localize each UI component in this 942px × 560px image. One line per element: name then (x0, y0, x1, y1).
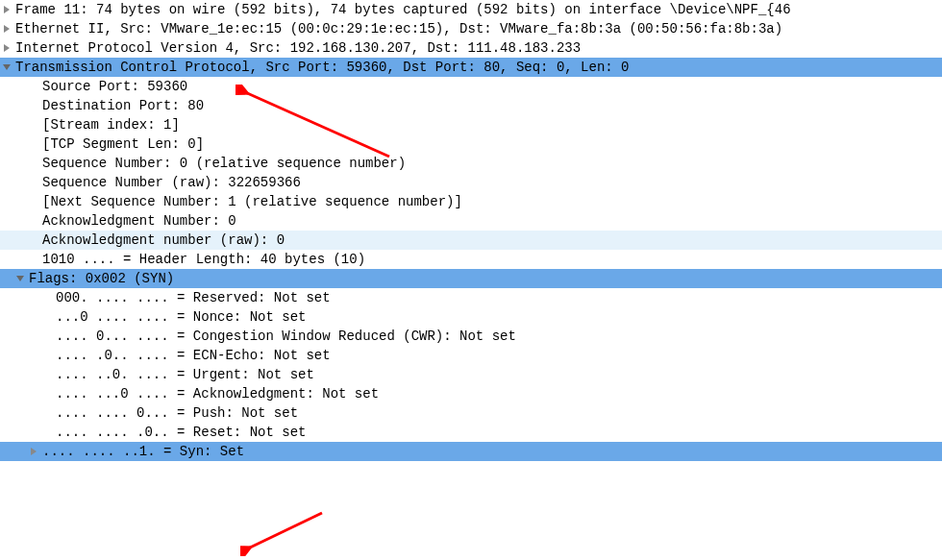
tree-row[interactable]: Frame 11: 74 bytes on wire (592 bits), 7… (0, 0, 942, 19)
tree-row-text: .... .... ..1. = Syn: Set (40, 442, 942, 461)
tree-row[interactable]: .... .... ..1. = Syn: Set (0, 442, 942, 461)
tree-row[interactable]: Transmission Control Protocol, Src Port:… (0, 58, 942, 77)
tree-row[interactable]: Sequence Number (raw): 322659366 (0, 173, 942, 192)
chevron-right-icon[interactable] (0, 44, 13, 52)
tree-row[interactable]: [TCP Segment Len: 0] (0, 134, 942, 154)
tree-row-text: .... ...0 .... = Acknowledgment: Not set (54, 384, 379, 403)
chevron-right-icon[interactable] (27, 448, 40, 455)
annotation-arrow-syn (240, 508, 356, 556)
tree-row-text: 1010 .... = Header Length: 40 bytes (10) (40, 250, 365, 269)
tree-row[interactable]: .... ...0 .... = Acknowledgment: Not set (0, 384, 942, 403)
tree-row[interactable]: 1010 .... = Header Length: 40 bytes (10) (0, 250, 942, 269)
tree-row-text: Destination Port: 80 (40, 96, 204, 115)
tree-row[interactable]: .... .... .0.. = Reset: Not set (0, 423, 942, 442)
tree-row[interactable]: [Next Sequence Number: 1 (relative seque… (0, 192, 942, 211)
svg-line-1 (248, 513, 322, 548)
tree-row-text: [Next Sequence Number: 1 (relative seque… (40, 192, 462, 211)
tree-row-text: Ethernet II, Src: VMware_1e:ec:15 (00:0c… (13, 19, 782, 38)
tree-row[interactable]: Flags: 0x002 (SYN) (0, 269, 942, 288)
tree-row-text: Sequence Number (raw): 322659366 (40, 173, 301, 192)
tree-row[interactable]: .... .0.. .... = ECN-Echo: Not set (0, 346, 942, 365)
tree-row-text: .... ..0. .... = Urgent: Not set (54, 365, 314, 384)
tree-row-text: .... .0.. .... = ECN-Echo: Not set (54, 346, 331, 365)
tree-row[interactable]: .... 0... .... = Congestion Window Reduc… (0, 327, 942, 346)
tree-row-text: .... .... 0... = Push: Not set (54, 403, 298, 423)
chevron-right-icon[interactable] (0, 6, 13, 13)
packet-details-tree: Frame 11: 74 bytes on wire (592 bits), 7… (0, 0, 942, 461)
tree-row-text: 000. .... .... = Reserved: Not set (54, 288, 331, 307)
tree-row-text: .... .... .0.. = Reset: Not set (54, 423, 306, 442)
tree-row-text: Flags: 0x002 (SYN) (27, 269, 942, 288)
tree-row[interactable]: Acknowledgment number (raw): 0 (0, 231, 942, 250)
tree-row[interactable]: 000. .... .... = Reserved: Not set (0, 288, 942, 307)
tree-row[interactable]: Internet Protocol Version 4, Src: 192.16… (0, 38, 942, 58)
tree-row[interactable]: Ethernet II, Src: VMware_1e:ec:15 (00:0c… (0, 19, 942, 38)
tree-row-text: ...0 .... .... = Nonce: Not set (54, 307, 306, 327)
tree-row[interactable]: Source Port: 59360 (0, 77, 942, 96)
tree-row-text: Sequence Number: 0 (relative sequence nu… (40, 154, 406, 173)
tree-row[interactable]: Sequence Number: 0 (relative sequence nu… (0, 154, 942, 173)
tree-row-text: Source Port: 59360 (40, 77, 187, 96)
tree-row[interactable]: .... ..0. .... = Urgent: Not set (0, 365, 942, 384)
tree-row[interactable]: .... .... 0... = Push: Not set (0, 403, 942, 423)
tree-row-text: [TCP Segment Len: 0] (40, 134, 204, 154)
tree-row-text: Acknowledgment number (raw): 0 (40, 231, 942, 250)
tree-row[interactable]: ...0 .... .... = Nonce: Not set (0, 307, 942, 327)
tree-row-text: Acknowledgment Number: 0 (40, 211, 236, 231)
tree-row-text: Internet Protocol Version 4, Src: 192.16… (13, 38, 581, 58)
tree-row-text: Transmission Control Protocol, Src Port:… (13, 58, 942, 77)
chevron-down-icon[interactable] (0, 63, 13, 71)
tree-row-text: Frame 11: 74 bytes on wire (592 bits), 7… (13, 0, 791, 19)
tree-row[interactable]: Acknowledgment Number: 0 (0, 211, 942, 231)
tree-row-text: [Stream index: 1] (40, 115, 180, 134)
chevron-right-icon[interactable] (0, 25, 13, 33)
tree-row[interactable]: Destination Port: 80 (0, 96, 942, 115)
chevron-down-icon[interactable] (13, 275, 27, 282)
tree-row[interactable]: [Stream index: 1] (0, 115, 942, 134)
tree-row-text: .... 0... .... = Congestion Window Reduc… (54, 327, 516, 346)
